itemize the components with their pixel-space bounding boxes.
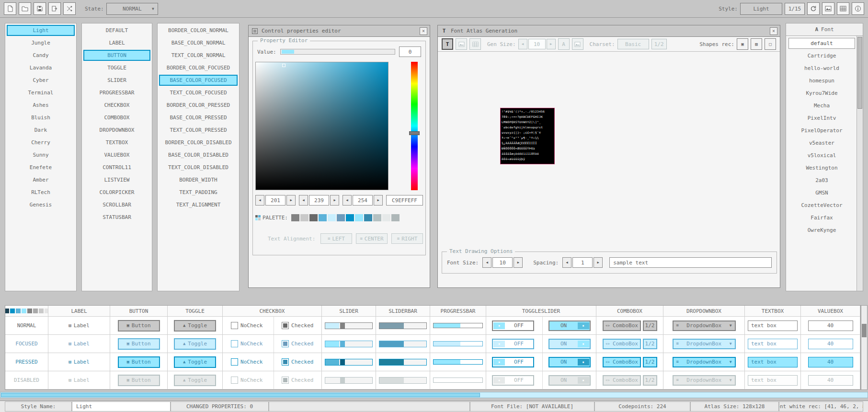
spinner-left-button[interactable]: ◀: [518, 39, 527, 49]
toggleslider-knob[interactable]: ▪: [493, 359, 505, 366]
combobox-button[interactable]: ◃▹ComboBox: [603, 339, 641, 349]
toggleslider-off[interactable]: ▪OFF: [492, 357, 534, 367]
blue-value[interactable]: 254: [353, 195, 373, 206]
combobox-button[interactable]: ◃▹ComboBox: [603, 357, 641, 367]
style-item[interactable]: Cherry: [7, 137, 75, 148]
property-item[interactable]: TEXT_COLOR_NORMAL: [159, 50, 238, 61]
control-item[interactable]: BUTTON: [83, 50, 150, 61]
property-item[interactable]: TEXT_COLOR_FOCUSED: [159, 87, 238, 98]
toggleslider-knob[interactable]: ▪: [578, 341, 589, 347]
slider-knob[interactable]: [340, 359, 345, 365]
style-item[interactable]: Enefete: [7, 162, 75, 173]
control-item[interactable]: STATUSBAR: [83, 212, 150, 223]
palette-swatch[interactable]: [309, 214, 318, 221]
scrollbar-handle[interactable]: [857, 37, 862, 109]
hue-bar-handle[interactable]: [409, 131, 420, 135]
control-item[interactable]: TOGGLE: [83, 62, 150, 73]
control-item[interactable]: VALUEBOX: [83, 149, 150, 160]
hex-color-field[interactable]: C9EFFEFF: [386, 195, 423, 206]
toggleslider-knob[interactable]: ▪: [493, 377, 505, 384]
control-item[interactable]: COMBOBOX: [83, 112, 150, 123]
scrollbar-handle[interactable]: [862, 324, 867, 337]
align-right-button[interactable]: ≡RIGHT: [391, 233, 423, 244]
valuebox-demo[interactable]: 40: [808, 357, 853, 367]
palette-swatch[interactable]: [337, 214, 345, 221]
property-item[interactable]: BORDER_COLOR_PRESSED: [159, 100, 238, 111]
combobox-counter[interactable]: 1/2: [643, 339, 657, 349]
sliderbar-demo[interactable]: [379, 359, 427, 366]
button-demo[interactable]: ▣Button: [118, 375, 160, 386]
close-button[interactable]: ×: [420, 27, 427, 35]
toggleslider-on[interactable]: ON▪: [548, 357, 591, 367]
palette-swatch[interactable]: [319, 214, 327, 221]
table-hscrollbar[interactable]: [0, 392, 868, 398]
control-item[interactable]: SLIDER: [83, 75, 150, 86]
prop-window-titlebar[interactable]: Control properties editor ×: [249, 25, 430, 37]
property-item[interactable]: BORDER_WIDTH: [159, 174, 238, 185]
font-window-titlebar[interactable]: T Font Atlas Generation ×: [438, 25, 780, 37]
property-item[interactable]: BORDER_COLOR_NORMAL: [159, 25, 238, 36]
new-style-button[interactable]: [4, 2, 16, 15]
textbox-demo[interactable]: text box: [748, 320, 798, 331]
value-slider[interactable]: [280, 49, 395, 55]
checkbox-unchecked[interactable]: [231, 377, 238, 384]
style-item[interactable]: Light: [7, 25, 75, 36]
toggle-demo[interactable]: ▲Toggle: [174, 356, 216, 368]
text-mode-button[interactable]: T: [442, 38, 453, 50]
spinner-right-button[interactable]: ▶: [286, 195, 296, 206]
spinner-right-button[interactable]: ▶: [374, 195, 383, 206]
atlas-image-button[interactable]: [456, 38, 467, 50]
property-item[interactable]: BORDER_COLOR_FOCUSED: [159, 62, 238, 73]
save-style-button[interactable]: [34, 2, 46, 15]
checkbox-unchecked[interactable]: [231, 322, 238, 329]
toggleslider-on[interactable]: ON▪: [548, 375, 591, 386]
combobox-counter[interactable]: 1/2: [643, 320, 657, 331]
palette-swatch[interactable]: [346, 214, 354, 221]
style-item[interactable]: Dark: [7, 125, 75, 136]
font-item[interactable]: CozetteVector: [788, 200, 855, 211]
style-item[interactable]: Amber: [7, 174, 75, 185]
textbox-demo[interactable]: text box: [748, 375, 798, 386]
load-style-button[interactable]: [19, 2, 31, 15]
button-demo[interactable]: ▣Button: [118, 356, 160, 368]
export-table-button[interactable]: [837, 2, 849, 15]
slider-knob[interactable]: [340, 378, 345, 383]
align-center-button[interactable]: ≡CENTER: [356, 233, 388, 244]
toggleslider-knob[interactable]: ▪: [578, 359, 589, 366]
font-item[interactable]: v5easter: [788, 137, 855, 149]
atlas-data-button[interactable]: [469, 38, 481, 50]
button-demo[interactable]: ▣Button: [118, 320, 160, 332]
font-item[interactable]: default: [788, 38, 855, 49]
property-item[interactable]: TEXT_COLOR_DISABLED: [159, 162, 238, 173]
toggleslider-on[interactable]: ON▪: [548, 320, 591, 331]
table-vscrollbar[interactable]: [861, 305, 868, 390]
value-box[interactable]: 0: [399, 46, 421, 57]
scrollbar-handle[interactable]: [1, 393, 480, 397]
dropdownbox-demo[interactable]: ≡DropdownBox▼: [673, 357, 736, 367]
toggleslider-off[interactable]: ▪OFF: [492, 320, 534, 331]
spinner-left-button[interactable]: ◀: [482, 257, 491, 268]
sliderbar-demo[interactable]: [379, 377, 427, 384]
checkbox-checked[interactable]: [282, 377, 289, 384]
palette-swatch[interactable]: [355, 214, 363, 221]
slider-knob[interactable]: [340, 341, 345, 347]
checkbox-unchecked[interactable]: [231, 358, 238, 366]
green-value[interactable]: 239: [309, 195, 329, 206]
font-item[interactable]: Cartridge: [788, 50, 855, 61]
dropdownbox-demo[interactable]: ≡DropdownBox▼: [673, 339, 736, 349]
spinner-left-button[interactable]: ◀: [255, 195, 264, 206]
textbox-demo[interactable]: text box: [748, 357, 798, 367]
slider-demo[interactable]: [325, 322, 373, 329]
font-item[interactable]: Kyrou7Wide: [788, 88, 855, 99]
toggleslider-knob[interactable]: ▪: [493, 322, 505, 329]
export-style-button[interactable]: [48, 2, 61, 15]
style-item[interactable]: Genesis: [7, 199, 75, 210]
property-item[interactable]: TEXT_ALIGNMENT: [159, 199, 238, 210]
property-item[interactable]: BASE_COLOR_DISABLED: [159, 149, 238, 160]
gen-size-value[interactable]: 10: [528, 39, 546, 49]
palette-swatch[interactable]: [373, 214, 381, 221]
style-name-input[interactable]: Light: [72, 401, 171, 412]
charset-selector[interactable]: Basic: [617, 39, 649, 49]
slider-knob[interactable]: [340, 323, 345, 329]
control-item[interactable]: COLORPICKER: [83, 187, 150, 198]
